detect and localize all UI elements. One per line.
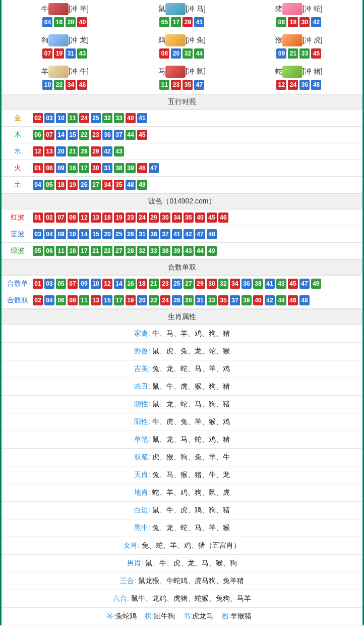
number-ball: 02 xyxy=(44,213,54,223)
attr-value: 兔、蛇、羊、鸡、猪（五宫肖） xyxy=(140,541,240,549)
attr-row: 三合: 鼠龙猴、牛蛇鸡、虎马狗、兔羊猪 xyxy=(2,572,362,590)
zodiac-name: 鸡 xyxy=(158,36,165,44)
number-ball: 05 xyxy=(44,180,54,190)
bottom-value: 兔蛇鸡 xyxy=(115,612,139,620)
number-ball: 34 xyxy=(66,80,76,90)
number-ball: 12 xyxy=(79,213,89,223)
attr-label: 阴性: xyxy=(134,400,150,408)
number-ball: 25 xyxy=(91,113,101,123)
main-container: 牛[冲 羊]04162840鼠[冲 马]05172941猪[冲 蛇]061830… xyxy=(0,0,364,625)
attr-row: 地肖: 蛇、羊、鸡、狗、鼠、虎 xyxy=(2,484,362,502)
number-ball: 48 xyxy=(207,229,217,239)
attr-row: 凶丑: 鼠、牛、虎、猴、狗、猪 xyxy=(2,378,362,396)
number-ball: 38 xyxy=(253,279,263,289)
attr-label: 家禽: xyxy=(134,329,150,337)
attr-value: 鼠、虎、兔、龙、蛇、猴 xyxy=(150,347,230,355)
zodiac-title: 猪[冲 蛇] xyxy=(240,3,357,15)
zodiac-grid: 牛[冲 羊]04162840鼠[冲 马]05172941猪[冲 蛇]061830… xyxy=(2,0,362,94)
number-ball: 24 xyxy=(79,113,89,123)
number-ball: 38 xyxy=(114,163,124,173)
number-ball: 34 xyxy=(230,279,240,289)
attr-row: 家禽: 牛、马、羊、鸡、狗、猪 xyxy=(2,325,362,343)
attr-row: 女肖: 兔、蛇、羊、鸡、猪（五宫肖） xyxy=(2,537,362,555)
heshu-rows: 合数单0103050709101214161821232527293032343… xyxy=(2,276,362,309)
number-ball: 46 xyxy=(218,213,228,223)
attr-value: 牛、虎、兔、羊、猴、鸡 xyxy=(150,417,230,426)
number-ball: 41 xyxy=(172,229,182,239)
number-ball: 07 xyxy=(68,279,78,289)
number-ball: 05 xyxy=(159,17,169,27)
number-ball: 20 xyxy=(102,229,112,239)
number-ball: 20 xyxy=(56,146,66,156)
zodiac-chong: [冲 牛] xyxy=(69,67,89,75)
heshu-header: 合数单双 xyxy=(2,259,362,276)
zodiac-numbers: 09213345 xyxy=(240,48,357,59)
number-ball: 49 xyxy=(311,279,321,289)
number-ball: 14 xyxy=(79,229,89,239)
number-ball: 04 xyxy=(44,229,54,239)
zodiac-name: 猪 xyxy=(275,5,282,13)
zodiac-cell: 鼠[冲 马]05172941 xyxy=(124,0,240,31)
data-row: 火0108091617303138394647 xyxy=(2,160,362,177)
attr-label: 黑中: xyxy=(134,523,150,532)
number-ball: 29 xyxy=(91,146,101,156)
zodiac-numbers: 11233547 xyxy=(124,80,240,90)
wuxing-rows: 金02031011242532334041木060714152223363744… xyxy=(2,110,362,193)
attr-value: 鼠、牛、虎、猴、狗、猪 xyxy=(150,382,230,390)
number-ball: 31 xyxy=(137,229,147,239)
attr-label: 单笔: xyxy=(134,435,150,443)
attr-row: 阴性: 鼠、龙、蛇、马、狗、猪 xyxy=(2,396,362,413)
number-ball: 03 xyxy=(33,229,43,239)
number-ball: 08 xyxy=(44,163,54,173)
number-ball: 04 xyxy=(42,17,52,27)
number-ball: 26 xyxy=(126,229,136,239)
number-ball: 03 xyxy=(44,279,54,289)
attr-label: 双笔: xyxy=(134,453,150,461)
number-ball: 14 xyxy=(56,130,66,140)
number-ball: 11 xyxy=(56,246,66,256)
number-ball: 06 xyxy=(44,246,54,256)
number-ball: 22 xyxy=(102,246,112,256)
zodiac-title: 马[冲 鼠] xyxy=(124,66,240,78)
number-ball: 10 xyxy=(42,80,52,90)
number-ball: 36 xyxy=(102,130,112,140)
zodiac-chong: [冲 猪] xyxy=(302,67,323,75)
zodiac-numbers: 08203244 xyxy=(124,48,240,59)
zodiac-chong: [冲 鼠] xyxy=(186,67,206,75)
number-ball: 41 xyxy=(137,113,147,123)
attr-row: 双笔: 虎、猴、狗、兔、羊、牛 xyxy=(2,449,362,466)
number-ball: 37 xyxy=(160,229,170,239)
number-ball: 10 xyxy=(91,279,101,289)
number-ball: 03 xyxy=(44,113,54,123)
row-label: 土 xyxy=(6,180,30,189)
data-row: 合数双0204060811131517192022242628313335373… xyxy=(2,292,362,309)
number-ball: 35 xyxy=(184,213,194,223)
number-ball: 02 xyxy=(33,295,43,305)
number-ball: 49 xyxy=(207,246,217,256)
attr-label: 地肖: xyxy=(134,488,150,496)
number-ball: 12 xyxy=(102,279,112,289)
number-ball: 29 xyxy=(183,17,193,27)
attr-label: 凶丑: xyxy=(134,382,150,390)
number-ball: 33 xyxy=(299,48,310,59)
number-ball: 28 xyxy=(126,246,136,256)
number-ball: 39 xyxy=(126,163,136,173)
number-ball: 28 xyxy=(184,295,194,305)
attr-label: 阳性: xyxy=(134,417,150,426)
number-ball: 22 xyxy=(149,295,159,305)
row-numbers: 1213202128294243 xyxy=(30,146,124,156)
number-ball: 36 xyxy=(149,229,159,239)
zodiac-name: 牛 xyxy=(41,5,48,13)
zodiac-cell: 猴[冲 虎]09213345 xyxy=(240,31,357,63)
number-ball: 36 xyxy=(241,279,252,289)
number-ball: 19 xyxy=(114,213,124,223)
data-row: 红波0102070812131819232429303435404546 xyxy=(2,209,362,226)
number-ball: 43 xyxy=(276,279,286,289)
attr-label: 天肖: xyxy=(134,470,150,479)
number-ball: 01 xyxy=(33,279,43,289)
number-ball: 21 xyxy=(149,279,159,289)
zodiac-icon xyxy=(282,66,302,78)
number-ball: 27 xyxy=(91,180,101,190)
number-ball: 27 xyxy=(184,279,194,289)
attr-value: 兔、马、猴、猪、牛、龙 xyxy=(150,470,230,479)
